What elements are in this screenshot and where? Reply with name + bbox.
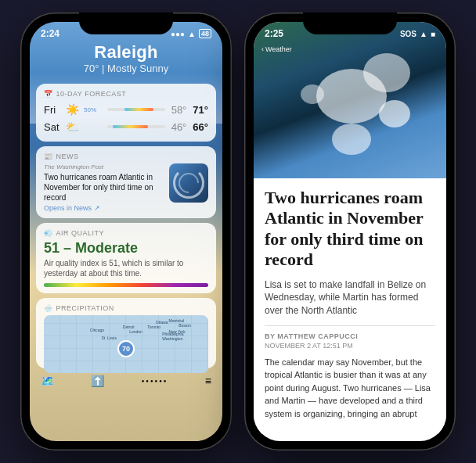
city-london: London — [129, 329, 142, 334]
city-name: Raleigh — [30, 42, 222, 63]
right-phone: 2:25 SOS ▲ ■ ‹ Weather — [244, 13, 456, 450]
city-toronto: Toronto — [147, 325, 160, 329]
weather-cards: 📅 10-DAY FORECAST Fri ☀️ 50% 58° 71° — [30, 81, 222, 371]
right-status-icons: SOS ▲ ■ — [400, 28, 435, 39]
temp-bar-sat — [107, 125, 165, 128]
signal-icon: ●●● — [171, 30, 185, 38]
notch-left — [79, 13, 173, 34]
news-title: 📰 NEWS — [44, 153, 208, 160]
article-date: NOVEMBER 2 AT 12:51 PM — [265, 342, 435, 350]
city-chicago: Chicago — [90, 328, 104, 332]
bottom-bar: 🗺️ ⬆️ ●●●●●● ≡ — [30, 371, 222, 392]
notch-right — [303, 13, 397, 34]
menu-icon[interactable]: ≡ — [205, 375, 211, 387]
precipitation-map: Ottawa Montréal Toronto Detroit Chicago … — [44, 315, 208, 373]
hurricane-satellite-image: 2:25 SOS ▲ ■ ‹ Weather — [254, 22, 446, 178]
battery-right-icon: ■ — [431, 30, 435, 38]
back-button[interactable]: ‹ Weather — [261, 45, 292, 53]
news-content: The Washington Post Two hurricanes roam … — [44, 163, 208, 212]
city-washington: Washington — [162, 336, 182, 341]
article-body: The calendar may say November, but the t… — [265, 356, 435, 421]
news-card[interactable]: 📰 NEWS The Washington Post Two hurricane… — [36, 146, 216, 218]
weather-header: Raleigh 70° | Mostly Sunny — [30, 39, 222, 81]
temp-description: 70° | Mostly Sunny — [30, 63, 222, 74]
cloud-2 — [363, 53, 410, 92]
battery-left: 48 — [199, 29, 211, 38]
cloud-3 — [379, 100, 410, 127]
precipitation-card[interactable]: 🌧️ PRECIPITATION Ottawa Montréal Toronto… — [36, 298, 216, 368]
air-quality-card: 💨 AIR QUALITY 51 – Moderate Air quality … — [36, 223, 216, 293]
location-pin: 70 — [117, 340, 135, 357]
cloud-5 — [332, 124, 371, 155]
wifi-icon: ▲ — [188, 30, 196, 38]
air-quality-title: 💨 AIR QUALITY — [44, 229, 208, 237]
time-right: 2:25 — [265, 28, 283, 39]
article-content: Two hurricanes roam Atlantic in November… — [254, 178, 446, 434]
back-chevron: ‹ — [261, 45, 264, 53]
location-icon[interactable]: ⬆️ — [91, 375, 104, 387]
article-byline: BY MATTHEW CAPPUCCI — [265, 332, 435, 340]
dots-indicator: ●●●●●● — [142, 379, 168, 383]
article-headline: Two hurricanes roam Atlantic in November… — [265, 188, 435, 271]
city-stlouis: St. Louis — [102, 336, 117, 340]
temp-bar-fri — [107, 108, 165, 111]
article-subheadline: Lisa is set to make landfall in Belize o… — [265, 278, 435, 318]
precip-title: 🌧️ PRECIPITATION — [44, 304, 208, 312]
article-divider — [265, 325, 435, 326]
news-headline: Two hurricanes roam Atlantic in November… — [44, 172, 163, 203]
back-label: Weather — [265, 45, 292, 53]
forecast-row-fri: Fri ☀️ 50% 58° 71° — [44, 101, 208, 118]
map-icon[interactable]: 🗺️ — [41, 375, 54, 387]
aqi-desc: Air quality index is 51, which is simila… — [44, 258, 208, 278]
cloud-4 — [301, 84, 324, 104]
news-image — [169, 163, 208, 203]
forecast-row-sat: Sat ⛅ 46° 66° — [44, 118, 208, 135]
left-phone: 2:24 ●●● ▲ 48 Raleigh 70° | Mostly Sunny — [20, 13, 232, 450]
article-screen: 2:25 SOS ▲ ■ ‹ Weather — [254, 22, 446, 441]
article-body-paragraph: The calendar may say November, but the t… — [265, 356, 435, 421]
aqi-value: 51 – Moderate — [44, 240, 208, 257]
status-icons-left: ●●● ▲ 48 — [171, 29, 211, 38]
time-left: 2:24 — [41, 28, 60, 39]
city-boston: Boston — [178, 323, 191, 328]
forecast-title: 📅 10-DAY FORECAST — [44, 90, 208, 98]
city-newyork: New York — [169, 329, 186, 334]
forecast-card: 📅 10-DAY FORECAST Fri ☀️ 50% 58° 71° — [36, 84, 216, 142]
news-opens[interactable]: Opens in News ↗ — [44, 204, 163, 212]
aqi-bar — [44, 283, 208, 287]
news-text: The Washington Post Two hurricanes roam … — [44, 163, 163, 212]
news-source: The Washington Post — [44, 163, 163, 170]
weather-screen: 2:24 ●●● ▲ 48 Raleigh 70° | Mostly Sunny — [30, 22, 222, 441]
sos-label: SOS — [400, 30, 416, 38]
wifi-right-icon: ▲ — [420, 30, 427, 38]
